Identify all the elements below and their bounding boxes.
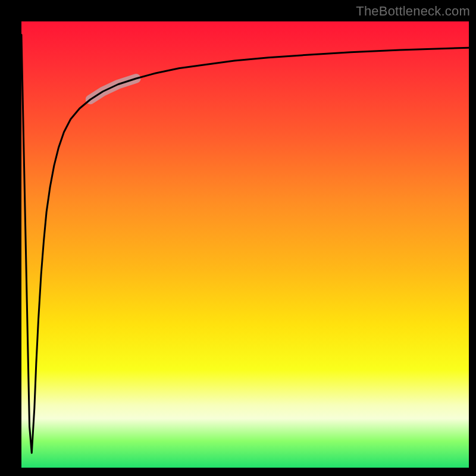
- watermark-text: TheBottleneck.com: [356, 4, 470, 19]
- chart-svg: [21, 21, 469, 468]
- chart-container: TheBottleneck.com: [0, 0, 476, 476]
- plot-area: [21, 21, 469, 468]
